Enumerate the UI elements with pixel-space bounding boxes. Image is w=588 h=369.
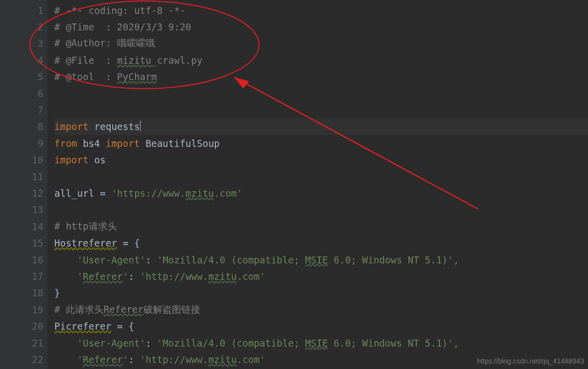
line-number: 9	[0, 135, 47, 151]
code-line[interactable]: Picreferer = {	[54, 318, 588, 334]
code-line[interactable]: 'User-Agent': 'Mozilla/4.0 (compatible; …	[54, 335, 588, 351]
line-number: 14	[0, 218, 47, 235]
code-line[interactable]: # @tool : PyCharm	[54, 69, 588, 85]
code-editor[interactable]: 1 2 3 4 5 6 7 8 9 10 11 12 13 14 15 16 1…	[0, 0, 588, 369]
code-line[interactable]: }	[54, 285, 588, 301]
line-number: 10	[0, 152, 47, 168]
line-number: 21	[0, 335, 47, 351]
line-number: 15	[0, 235, 47, 251]
code-line[interactable]: all_url = 'https://www.mzitu.com'	[54, 185, 588, 201]
code-line[interactable]	[54, 168, 588, 185]
line-number: 16	[0, 251, 47, 268]
code-line[interactable]	[54, 85, 588, 102]
gutter: 1 2 3 4 5 6 7 8 9 10 11 12 13 14 15 16 1…	[0, 0, 47, 369]
comment-text: # @File : mizitu_crawl.py	[54, 55, 202, 66]
code-line[interactable]: # @Time : 2020/3/3 9:20	[54, 18, 588, 35]
code-line[interactable]: 'Referer': 'http://www.mzitu.com'	[54, 268, 588, 284]
line-number: 3	[0, 35, 47, 52]
keyword: import	[54, 154, 89, 165]
comment-text: # @tool : PyCharm	[54, 71, 157, 82]
code-area[interactable]: # -*- coding: utf-8 -*- # @Time : 2020/3…	[47, 0, 588, 369]
comment-text: # -*- coding: utf-8 -*-	[54, 5, 185, 16]
line-number: 20	[0, 318, 47, 334]
line-number: 22	[0, 351, 47, 368]
code-line[interactable]	[54, 202, 588, 218]
code-line[interactable]: # 此请求头Referer破解盗图链接	[54, 301, 588, 318]
module-name: requests	[89, 121, 140, 132]
code-line[interactable]: # @Author: 哦嚯嚯哦	[54, 35, 588, 52]
line-number: 11	[0, 168, 47, 185]
code-line[interactable]: import os	[54, 152, 588, 168]
line-number: 17	[0, 268, 47, 284]
line-number: 7	[0, 102, 47, 118]
code-line[interactable]: Hostreferer = {	[54, 235, 588, 251]
comment-text: # @Author: 哦嚯嚯哦	[54, 37, 155, 50]
code-line[interactable]: # http请求头	[54, 218, 588, 235]
keyword: import	[54, 121, 89, 132]
keyword: from	[54, 138, 77, 149]
line-number: 19	[0, 301, 47, 318]
line-number: 2	[0, 18, 47, 35]
code-line-current[interactable]: import requests	[54, 119, 588, 135]
line-number: 13	[0, 202, 47, 218]
watermark: https://blog.csdn.net/qq_41488943	[477, 357, 584, 365]
line-number: 6	[0, 85, 47, 102]
code-line[interactable]: # -*- coding: utf-8 -*-	[54, 2, 588, 18]
text-cursor	[140, 121, 141, 131]
code-line[interactable]: 'User-Agent': 'Mozilla/4.0 (compatible; …	[54, 251, 588, 268]
comment-text: # http请求头	[54, 220, 117, 233]
code-line[interactable]: # @File : mizitu_crawl.py	[54, 52, 588, 68]
code-line[interactable]	[54, 102, 588, 118]
line-number: 1	[0, 2, 47, 18]
line-number: 4	[0, 52, 47, 68]
line-number: 8	[0, 119, 47, 135]
comment-text: # @Time : 2020/3/3 9:20	[54, 21, 191, 32]
line-number: 5	[0, 69, 47, 85]
line-number: 18	[0, 285, 47, 301]
code-line[interactable]: from bs4 import BeautifulSoup	[54, 135, 588, 151]
comment-text: # 此请求头Referer破解盗图链接	[54, 303, 200, 316]
line-number: 12	[0, 185, 47, 201]
